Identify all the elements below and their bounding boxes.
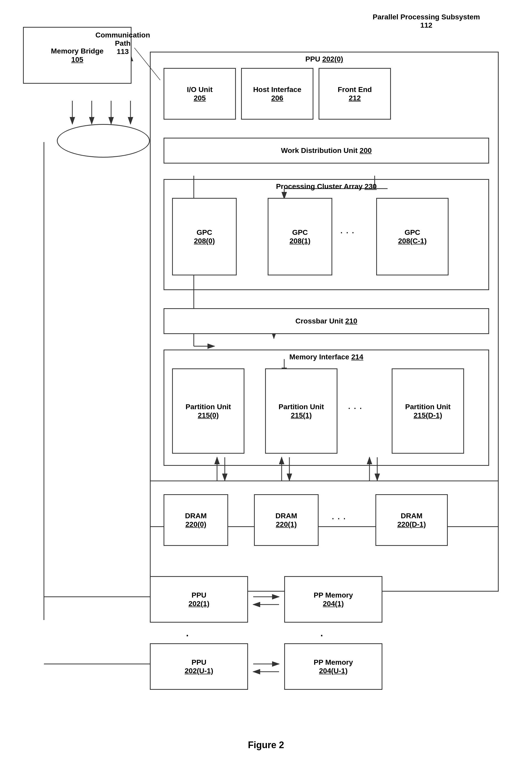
dram-dots: · · ·	[331, 512, 346, 524]
pp-memory-u1-box: PP Memory 204(U-1)	[284, 643, 382, 690]
gpc-dots: · · ·	[340, 226, 354, 238]
mem-interface-label: Memory Interface 214	[164, 353, 488, 361]
parallel-processing-label: Parallel Processing Subsystem 112	[362, 13, 491, 29]
bus-ellipse	[57, 124, 150, 158]
figure-caption: Figure 2	[0, 740, 532, 750]
gpc-1-box: GPC 208(1)	[268, 198, 332, 275]
dram-1-box: DRAM 220(1)	[254, 494, 319, 546]
partition-d1-box: Partition Unit 215(D-1)	[392, 368, 464, 454]
dram-0-box: DRAM 220(0)	[164, 494, 228, 546]
front-end-id: 212	[349, 94, 361, 102]
gpc-c1-box: GPC 208(C-1)	[376, 198, 449, 275]
proc-cluster-outer: Processing Cluster Array 230 GPC 208(0) …	[164, 179, 489, 290]
io-unit-label: I/O Unit	[187, 85, 213, 94]
gpc-0-box: GPC 208(0)	[172, 198, 237, 275]
partition-0-box: Partition Unit 215(0)	[172, 368, 244, 454]
crossbar-box: Crossbar Unit 210	[164, 308, 489, 334]
partition-1-box: Partition Unit 215(1)	[265, 368, 337, 454]
host-interface-id: 206	[271, 94, 283, 102]
front-end-box: Front End 212	[319, 68, 391, 120]
proc-cluster-label: Processing Cluster Array 230	[164, 182, 488, 191]
front-end-label: Front End	[338, 85, 372, 94]
diagram: Memory Bridge 105 Communication Path 113…	[0, 0, 532, 766]
pp-mem-dots-1: ·	[320, 630, 323, 641]
comm-path-label: Communication Path 113	[90, 31, 155, 56]
ppu-0-outer-box: PPU 202(0) I/O Unit 205 Host Interface 2…	[150, 52, 499, 527]
pp-memory-1-box: PP Memory 204(1)	[284, 576, 382, 623]
dram-d1-box: DRAM 220(D-1)	[375, 494, 448, 546]
io-unit-id: 205	[194, 94, 206, 102]
mem-interface-outer: Memory Interface 214 Partition Unit 215(…	[164, 350, 489, 466]
ppu-u1-box: PPU 202(U-1)	[150, 643, 248, 690]
ppu-1-box: PPU 202(1)	[150, 576, 248, 623]
io-unit-box: I/O Unit 205	[164, 68, 236, 120]
host-interface-label: Host Interface	[253, 85, 302, 94]
part-dots: · · ·	[348, 402, 362, 414]
host-interface-box: Host Interface 206	[241, 68, 313, 120]
work-dist-label: Work Distribution Unit 200	[281, 146, 372, 155]
ppu-dots-1: ·	[186, 630, 189, 641]
memory-bridge-id: 105	[71, 56, 83, 64]
work-dist-box: Work Distribution Unit 200	[164, 138, 489, 164]
ppu-0-label: PPU 202(0)	[151, 55, 498, 63]
pp-memory-0-outer: DRAM 220(0) DRAM 220(1) · · · DRAM 220(D…	[150, 481, 499, 592]
